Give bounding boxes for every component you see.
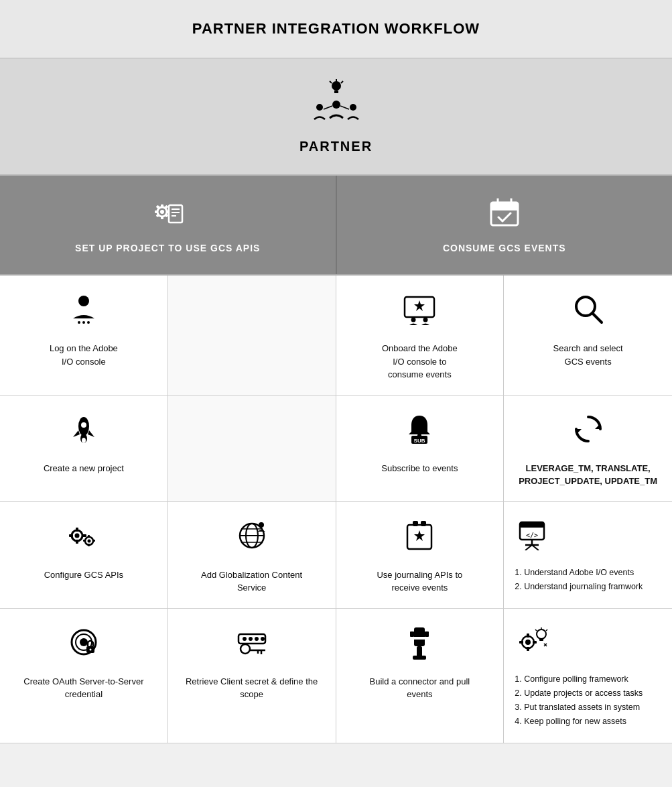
partner-label: PARTNER: [299, 139, 373, 154]
svg-rect-103: [533, 641, 537, 644]
columns-header: SET UP PROJECT TO USE GCS APIS CONSUME G…: [0, 176, 672, 276]
connector-icon: [402, 625, 437, 664]
svg-line-37: [592, 313, 602, 322]
cell-journaling-text: Use journaling APIs toreceive events: [377, 568, 462, 595]
svg-marker-40: [88, 430, 94, 437]
svg-rect-101: [527, 647, 529, 651]
login-icon: [66, 292, 101, 331]
svg-rect-94: [425, 631, 429, 637]
svg-rect-58: [88, 544, 90, 546]
cell-subscribe-text: Subscribe to events: [381, 462, 458, 475]
svg-point-35: [423, 318, 428, 322]
svg-rect-51: [76, 528, 78, 532]
polling-icon: [515, 625, 549, 662]
svg-point-50: [74, 533, 79, 538]
cell-secret: Retrieve Client secret & define the scop…: [168, 609, 336, 743]
cell-oauth-text: Create OAuth Server-to-Server credential: [11, 675, 157, 701]
svg-rect-12: [161, 204, 163, 208]
cell-empty-1: [168, 276, 336, 396]
svg-point-6: [316, 104, 323, 111]
svg-line-107: [535, 629, 537, 631]
svg-rect-60: [92, 540, 95, 542]
cell-new-project-text: Create a new project: [44, 462, 124, 475]
svg-rect-100: [527, 633, 529, 638]
cell-configure-gcs-text: Configure GCS APIs: [44, 568, 124, 582]
leverage-icon: [571, 412, 606, 451]
svg-point-87: [261, 637, 265, 641]
svg-rect-20: [169, 205, 182, 223]
svg-point-29: [78, 321, 80, 324]
cell-understand-list: Understand Adobe I/O events Understand j…: [515, 566, 643, 595]
onboard-icon: [402, 292, 437, 331]
cell-subscribe: SUB Subscribe to events: [336, 396, 505, 502]
svg-rect-68: [413, 521, 418, 526]
cell-understand: </> Understand Adobe I/O events Understa…: [504, 502, 672, 609]
svg-marker-39: [73, 430, 80, 437]
svg-point-56: [87, 539, 90, 542]
svg-point-28: [78, 296, 89, 306]
cell-leverage: LEVERAGE_TM, TRANSLATE,PROJECT_UPDATE, U…: [504, 396, 672, 502]
svg-point-43: [82, 438, 86, 443]
cell-oauth: Create OAuth Server-to-Server credential: [0, 609, 168, 743]
col-header-events-label: CONSUME GCS EVENTS: [443, 243, 566, 253]
svg-point-7: [350, 104, 356, 111]
cell-connector-text: Build a connector and pullevents: [370, 675, 470, 701]
col-header-events: CONSUME GCS EVENTS: [337, 176, 673, 274]
svg-marker-48: [576, 429, 582, 434]
new-project-icon: [66, 412, 101, 451]
svg-rect-54: [82, 534, 86, 537]
partner-section: PARTNER: [0, 59, 672, 176]
svg-rect-1: [334, 90, 338, 93]
svg-rect-57: [88, 535, 90, 538]
page-header: PARTNER INTEGRATION WORKFLOW: [0, 0, 672, 59]
setup-icon: [13, 196, 322, 234]
cell-search-text: Search and selectGCS events: [553, 342, 623, 368]
workflow-grid: Log on the AdobeI/O console Onboard the …: [0, 276, 672, 743]
cell-leverage-text: LEVERAGE_TM, TRANSLATE,PROJECT_UPDATE, U…: [519, 462, 657, 488]
understand-icon: </>: [515, 518, 549, 555]
svg-rect-59: [83, 540, 86, 542]
cell-configure-gcs: Configure GCS APIs: [0, 502, 168, 609]
svg-line-3: [330, 81, 332, 83]
svg-rect-14: [155, 210, 158, 213]
svg-rect-25: [491, 202, 518, 210]
cell-polling: Configure polling framework Update proje…: [504, 609, 672, 743]
journaling-icon: [402, 518, 437, 558]
svg-line-108: [546, 629, 547, 631]
col-header-setup-label: SET UP PROJECT TO USE GCS APIS: [75, 243, 260, 253]
cell-login-text: Log on the AdobeI/O console: [50, 342, 118, 368]
svg-point-80: [80, 638, 88, 646]
svg-point-30: [82, 321, 85, 324]
svg-rect-95: [411, 637, 427, 640]
svg-point-88: [241, 644, 250, 654]
svg-line-8: [324, 106, 332, 109]
cell-new-project: Create a new project: [0, 396, 168, 502]
cell-secret-text: Retrieve Client secret & define the scop…: [179, 675, 325, 701]
cell-add-gcs-text: Add Globalization ContentService: [201, 568, 302, 595]
svg-rect-102: [519, 641, 523, 644]
svg-point-82: [89, 648, 91, 650]
cell-journaling: Use journaling APIs toreceive events: [336, 502, 505, 609]
cell-search: Search and selectGCS events: [504, 276, 672, 396]
svg-point-34: [411, 318, 416, 322]
page-title: PARTNER INTEGRATION WORKFLOW: [13, 20, 659, 38]
col-header-setup: SET UP PROJECT TO USE GCS APIS: [0, 176, 337, 274]
svg-rect-105: [539, 638, 543, 641]
svg-marker-33: [414, 300, 425, 311]
search-icon: [571, 292, 606, 331]
cell-onboard: Onboard the AdobeI/O console toconsume e…: [336, 276, 505, 396]
svg-point-11: [160, 210, 164, 214]
svg-rect-97: [413, 656, 426, 660]
subscribe-icon: SUB: [402, 412, 437, 451]
cell-login: Log on the AdobeI/O console: [0, 276, 168, 396]
svg-point-5: [332, 101, 340, 109]
oauth-icon: [66, 625, 101, 664]
svg-point-99: [525, 640, 531, 645]
cell-polling-list: Configure polling framework Update proje…: [515, 672, 643, 729]
svg-point-86: [255, 637, 259, 641]
cell-empty-2: [168, 396, 336, 502]
svg-rect-93: [410, 631, 414, 637]
cell-add-gcs: Add Globalization ContentService: [168, 502, 336, 609]
svg-point-84: [243, 637, 247, 641]
add-gcs-icon: [234, 518, 269, 558]
